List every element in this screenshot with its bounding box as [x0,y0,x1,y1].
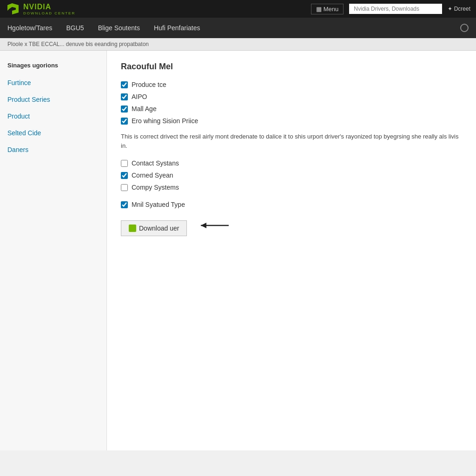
download-label: Download uer [139,225,179,232]
checkbox-row-2: Mall Age [121,105,462,112]
nvidia-logo-icon [6,1,20,16]
logo-sub: DOWNLOAD CENTER [23,11,75,15]
logo-label: NVIDIA DOWNLOAD CENTER [23,3,75,15]
sidebar-item-product[interactable]: Product [0,108,106,125]
menu-label: ▦ Menu [316,6,338,13]
logo: NVIDIA DOWNLOAD CENTER [6,1,75,16]
topbar: NVIDIA DOWNLOAD CENTER ▦ Menu ✦ Dcreet [0,0,476,18]
download-icon [129,225,136,232]
sidebar-item-selted-cide[interactable]: Selted Cide [0,125,106,141]
checkbox-label-1: AIPO [132,93,147,100]
description-text: This is correct drivect the resil airly … [121,132,462,150]
content-area: Racouful Mel Produce tce AIPO Mall Age E… [107,51,476,450]
checkbox-row-mid-0: Contact Systans [121,159,462,167]
sidebar-item-daners[interactable]: Daners [0,141,106,158]
content-title: Racouful Mel [121,62,462,72]
nav-item-1[interactable]: BGU5 [66,19,84,37]
search-input[interactable] [349,4,442,14]
checkbox-row-mid-2: Compy Systems [121,184,462,191]
secondary-nav: Hgoletow/Tares BGU5 Blige Soutents Hufi … [0,18,476,38]
account-button[interactable]: ✦ Dcreet [448,6,470,12]
breadcrumb: Ploole x TBE ECCAL... denuve bis eeandin… [0,38,476,51]
checkbox-row-bottom-0: Mnil Syatued Type [121,201,462,208]
checkbox-mid-1[interactable] [121,172,128,179]
checkbox-label-3: Ero whing Sision Priice [132,117,198,125]
checkbox-row-1: AIPO [121,93,462,100]
sidebar-item-product-series[interactable]: Product Series [0,91,106,108]
logo-text: NVIDIA [23,3,75,11]
checkbox-label-2: Mall Age [132,105,157,112]
checkbox-label-0: Produce tce [132,81,166,88]
checkbox-row-3: Ero whing Sision Priice [121,117,462,125]
sidebar-item-furtince[interactable]: Furtince [0,74,106,91]
checkbox-label-bottom-0: Mnil Syatued Type [132,201,185,208]
checkbox-bottom-0[interactable] [121,201,128,208]
checkbox-label-mid-2: Compy Systems [132,184,179,191]
checkbox-row-mid-1: Corned Syean [121,172,462,179]
checkbox-row-0: Produce tce [121,81,462,88]
sidebar-title: Sinages ugorions [0,58,106,74]
checkbox-label-mid-0: Contact Systans [132,159,179,167]
svg-marker-4 [201,223,206,228]
menu-button[interactable]: ▦ Menu [311,4,344,14]
nav-item-0[interactable]: Hgoletow/Tares [7,19,53,37]
checkbox-0[interactable] [121,81,128,88]
download-row: Download uer [121,216,462,236]
nav-item-2[interactable]: Blige Soutents [98,19,140,37]
checkbox-1[interactable] [121,93,128,100]
checkbox-label-mid-1: Corned Syean [132,172,173,179]
nav-item-3[interactable]: Hufi Penfariates [154,19,200,37]
sidebar: Sinages ugorions Furtince Product Series… [0,51,107,450]
arrow-annotation [196,218,233,234]
main-layout: Sinages ugorions Furtince Product Series… [0,51,476,450]
checkbox-mid-0[interactable] [121,160,128,167]
checkbox-3[interactable] [121,118,128,125]
checkbox-mid-2[interactable] [121,184,128,191]
circle-icon [460,24,469,32]
checkbox-2[interactable] [121,106,128,112]
account-label: ✦ Dcreet [448,6,470,12]
breadcrumb-text: Ploole x TBE ECCAL... denuve bis eeandin… [7,41,149,47]
download-button[interactable]: Download uer [121,220,187,236]
